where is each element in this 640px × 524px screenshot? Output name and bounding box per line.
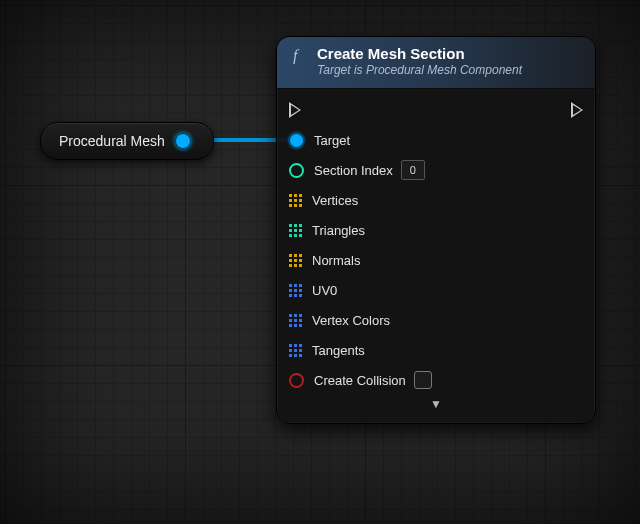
svg-text:f: f [293,47,300,64]
output-pin-procedural-mesh[interactable] [175,133,191,149]
input-pin-vertex-colors[interactable] [289,314,302,327]
pin-row-triangles: Triangles [289,215,583,245]
pin-row-section-index: Section Index 0 [289,155,583,185]
pin-row-uv0: UV0 [289,275,583,305]
pin-row-vertices: Vertices [289,185,583,215]
function-icon: f [289,45,309,65]
pin-label-vertices: Vertices [312,193,358,208]
node-header[interactable]: f Create Mesh Section Target is Procedur… [277,37,595,89]
create-collision-checkbox[interactable] [414,371,432,389]
pin-label-vertex-colors: Vertex Colors [312,313,390,328]
node-procedural-mesh-label: Procedural Mesh [59,133,165,149]
pin-row-normals: Normals [289,245,583,275]
pin-label-triangles: Triangles [312,223,365,238]
node-title: Create Mesh Section [317,45,522,62]
input-pin-uv0[interactable] [289,284,302,297]
pin-label-uv0: UV0 [312,283,337,298]
node-body: Target Section Index 0 Vertices Triangle… [277,89,595,423]
exec-pin-out[interactable] [571,102,583,118]
chevron-down-icon: ▼ [430,397,442,411]
pin-label-target: Target [314,133,350,148]
pin-row-vertex-colors: Vertex Colors [289,305,583,335]
input-pin-section-index[interactable] [289,163,304,178]
section-index-input[interactable]: 0 [401,160,425,180]
input-pin-vertices[interactable] [289,194,302,207]
pin-label-create-collision: Create Collision [314,373,406,388]
input-pin-normals[interactable] [289,254,302,267]
pin-row-target: Target [289,125,583,155]
pin-row-create-collision: Create Collision [289,365,583,395]
pin-label-normals: Normals [312,253,360,268]
node-subtitle: Target is Procedural Mesh Component [317,64,522,78]
pin-label-tangents: Tangents [312,343,365,358]
input-pin-create-collision[interactable] [289,373,304,388]
node-create-mesh-section[interactable]: f Create Mesh Section Target is Procedur… [276,36,596,424]
expand-node-toggle[interactable]: ▼ [289,395,583,417]
pin-label-section-index: Section Index [314,163,393,178]
node-procedural-mesh[interactable]: Procedural Mesh [40,122,214,160]
pin-row-tangents: Tangents [289,335,583,365]
exec-pin-in[interactable] [289,102,301,118]
input-pin-triangles[interactable] [289,224,302,237]
input-pin-tangents[interactable] [289,344,302,357]
input-pin-target[interactable] [289,133,304,148]
